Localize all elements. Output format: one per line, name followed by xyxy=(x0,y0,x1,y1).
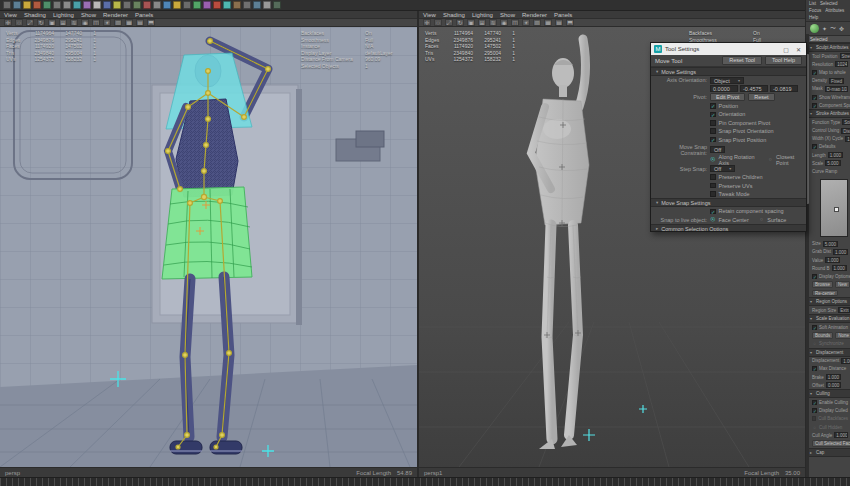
value-field[interactable]: Fixed xyxy=(829,78,844,84)
sidebar-row[interactable]: ✓ Display Options xyxy=(810,272,850,280)
row-button[interactable]: Cull Selected Faces xyxy=(812,440,850,447)
shelf-icon[interactable] xyxy=(93,1,101,9)
checkbox[interactable]: ✓ xyxy=(812,103,817,108)
sidebar-row[interactable]: Bounds None xyxy=(810,331,850,339)
shelf-icon[interactable] xyxy=(223,1,231,9)
viewport-menu-item[interactable]: View xyxy=(4,12,17,18)
snap-curve-icon[interactable]: ≋ xyxy=(70,19,78,26)
viewport-menu-item[interactable]: Show xyxy=(81,12,96,18)
viewport-menu-item[interactable]: Lighting xyxy=(472,12,493,18)
sidebar-row[interactable]: Resolution 1024 xyxy=(810,60,850,68)
time-slider[interactable] xyxy=(0,477,850,486)
tool-option-row[interactable]: Tweak Mode xyxy=(651,190,806,198)
sidebar-row[interactable]: ✓ Defaults xyxy=(810,143,850,151)
smooth-tool-icon[interactable]: 〜 xyxy=(830,24,836,33)
lighting-icon[interactable]: ☀ xyxy=(522,19,530,26)
tool-option-row[interactable]: ✓Retain component spacing xyxy=(651,207,806,215)
tool-option-row[interactable]: ✓Position xyxy=(651,102,806,110)
shelf-icon[interactable] xyxy=(253,1,261,9)
close-icon[interactable]: ✕ xyxy=(794,46,803,53)
viewport-menu-item[interactable]: Panels xyxy=(135,12,153,18)
sidebar-menu-item[interactable]: List xyxy=(809,1,816,6)
sidebar-row[interactable]: Size 5.000 xyxy=(810,240,850,248)
tool-settings-titlebar[interactable]: M Tool Settings ▢ ✕ xyxy=(651,43,806,55)
lighting-icon[interactable]: ☀ xyxy=(103,19,111,26)
value-field[interactable]: 1.000 xyxy=(832,265,847,271)
shelf-icon[interactable] xyxy=(53,1,61,9)
sidebar-row[interactable]: Re-center xyxy=(810,289,850,297)
select-tool-icon[interactable]: ✛ xyxy=(423,19,431,26)
sidebar-row[interactable]: Cull Selected Faces xyxy=(810,439,850,447)
row-button[interactable]: None xyxy=(835,332,850,339)
shelf-icon[interactable] xyxy=(13,1,21,9)
tool-option-row[interactable]: ✓Orientation xyxy=(651,110,806,118)
checkbox[interactable]: ○ xyxy=(812,341,817,346)
viewport-canvas-left[interactable]: Verts11749641477401Edges23498762952411Fa… xyxy=(0,27,417,467)
value-field[interactable]: Spline xyxy=(842,119,850,125)
axis-value-field[interactable]: 0.0000 xyxy=(710,85,738,92)
snap-constraint-dropdown[interactable]: Off xyxy=(710,146,725,153)
grab-tool-icon[interactable]: ✥ xyxy=(839,25,844,32)
shelf-icon[interactable] xyxy=(173,1,181,9)
radio-icon[interactable]: ○ xyxy=(767,157,773,163)
sidebar-row[interactable]: Displacement xyxy=(806,348,850,357)
radio-icon[interactable]: ⦿ xyxy=(710,157,716,163)
shelf-icon[interactable] xyxy=(213,1,221,9)
axis-value-field[interactable]: -0.0819 xyxy=(770,85,798,92)
checkbox[interactable]: ✓ xyxy=(812,70,817,75)
textured-icon[interactable]: ▤ xyxy=(136,19,144,26)
axis-value-field[interactable]: -0.4575 xyxy=(740,85,768,92)
shelf-icon[interactable] xyxy=(63,1,71,9)
value-field[interactable]: D-map 1024 xyxy=(825,86,848,92)
sidebar-row[interactable]: Function Type Spline xyxy=(810,118,850,126)
shelf-icon[interactable] xyxy=(103,1,111,9)
isolate-icon[interactable]: ⬒ xyxy=(566,19,574,26)
shelf-icon[interactable] xyxy=(203,1,211,9)
wireframe-icon[interactable]: ▦ xyxy=(544,19,552,26)
section-move-snap-settings[interactable]: ▾Move Snap Settings xyxy=(651,198,806,207)
scale-tool-icon[interactable]: ▣ xyxy=(467,19,475,26)
axis-orientation-dropdown[interactable]: Object▾ xyxy=(710,77,744,84)
shelf-icon[interactable] xyxy=(233,1,241,9)
checkbox[interactable]: ✓ xyxy=(812,144,817,149)
sidebar-row[interactable]: Brake 1.000 xyxy=(810,373,850,381)
radio-option[interactable]: ⦿Face Center xyxy=(710,216,749,224)
falloff-curve-widget[interactable] xyxy=(820,179,848,237)
camera-icon[interactable]: ◫ xyxy=(511,19,519,26)
row-button[interactable]: Bounds xyxy=(812,332,833,339)
shelf-icon[interactable] xyxy=(163,1,171,9)
checkbox[interactable]: ✓ xyxy=(812,408,817,413)
viewport-menu-item[interactable]: Lighting xyxy=(53,12,74,18)
value-field[interactable]: Extra x Region xyxy=(838,307,850,313)
viewport-menu-item[interactable]: Shading xyxy=(24,12,46,18)
viewport-menu-item[interactable]: Renderer xyxy=(103,12,128,18)
viewport-menu-item[interactable]: Renderer xyxy=(522,12,547,18)
shelf-icon[interactable] xyxy=(113,1,121,9)
shelf-icon[interactable] xyxy=(183,1,191,9)
viewport-menu-item[interactable]: Shading xyxy=(443,12,465,18)
sidebar-row[interactable]: Stroke Attributes xyxy=(806,109,850,118)
sidebar-menu-item[interactable]: Attributes xyxy=(825,8,844,13)
snap-curve-icon[interactable]: ≋ xyxy=(489,19,497,26)
sidebar-row[interactable]: ○ Synchronize xyxy=(810,340,850,348)
shelf-icon[interactable] xyxy=(23,1,31,9)
checkbox[interactable] xyxy=(710,128,716,134)
viewport-menu-item[interactable]: View xyxy=(423,12,436,18)
reset-tool-button[interactable]: Reset Tool xyxy=(722,56,762,65)
row-button[interactable]: Re-center xyxy=(812,290,838,297)
selected-faces-green[interactable] xyxy=(162,187,252,279)
checkbox[interactable]: ✓ xyxy=(812,366,817,371)
section-common-selection-options[interactable]: ▸Common Selection Options xyxy=(651,224,806,232)
reset-pivot-button[interactable]: Reset xyxy=(748,93,774,101)
checkbox[interactable]: ✓ xyxy=(812,95,817,100)
sidebar-row[interactable]: Sculpt Attributes xyxy=(806,43,850,52)
shelf-icon[interactable] xyxy=(153,1,161,9)
checkbox[interactable]: ✓ xyxy=(812,274,817,279)
radio-icon[interactable]: ⦿ xyxy=(710,217,716,223)
tool-option-row[interactable]: Preserve Children xyxy=(651,173,806,181)
sidebar-row[interactable]: ✓ Soft Animation xyxy=(810,323,850,331)
sidebar-tab[interactable]: Selected xyxy=(806,36,850,43)
value-field[interactable]: 1.000 xyxy=(825,257,840,263)
shelf-icon[interactable] xyxy=(123,1,131,9)
shelf-icon[interactable] xyxy=(83,1,91,9)
